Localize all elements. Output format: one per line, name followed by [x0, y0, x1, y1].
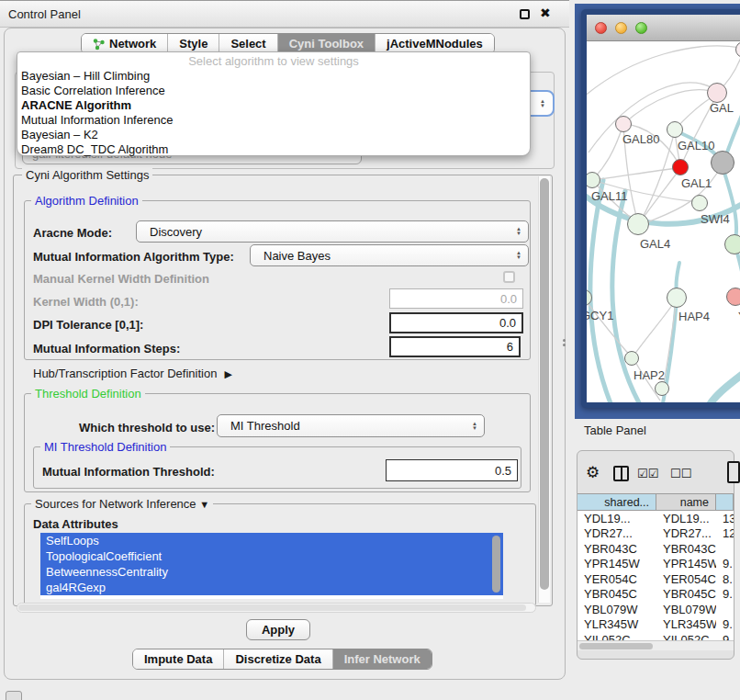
close-traffic-light-icon[interactable] [595, 22, 607, 34]
gear-icon[interactable]: ⚙ [586, 463, 600, 482]
node-label-hap4: HAP4 [678, 310, 710, 323]
close-window-icon[interactable]: ✖ [540, 6, 551, 20]
table-horizontal-scrollbar[interactable] [577, 640, 734, 650]
settings-horizontal-scrollbar[interactable] [17, 603, 536, 613]
network-node-gal10[interactable] [667, 121, 683, 138]
network-node[interactable] [655, 381, 669, 396]
hub-definition-label: Hub/Transcription Factor Definition [33, 367, 217, 380]
scrollbar-thumb[interactable] [18, 604, 526, 611]
table-cell [716, 602, 734, 617]
dropdown-item[interactable]: Basic Correlation Inference [21, 84, 526, 98]
dropdown-item[interactable]: Bayesian – Hill Climbing [21, 69, 526, 84]
tab-label: Infer Network [344, 652, 420, 666]
table-row[interactable]: YER054CYER054C8. [577, 571, 734, 587]
table-cell: YDL19... [577, 511, 656, 526]
which-threshold-select[interactable]: MI Threshold ▲▼ [217, 414, 485, 437]
mi-steps-label: Mutual Information Steps: [33, 342, 180, 356]
network-node-y[interactable] [726, 288, 740, 306]
tab-impute-data[interactable]: Impute Data [133, 649, 223, 669]
kernel-width-field[interactable]: 0.0 [389, 288, 523, 309]
apply-button[interactable]: Apply [246, 619, 310, 640]
network-window-titlebar[interactable] [587, 15, 740, 41]
attribute-list-item[interactable]: TopologicalCoefficient [40, 548, 503, 564]
columns-icon[interactable] [613, 466, 629, 481]
mi-threshold-label: Mutual Information Threshold: [42, 465, 215, 479]
minimize-traffic-light-icon[interactable] [615, 22, 627, 34]
aracne-mode-label: Aracne Mode: [33, 226, 112, 240]
attribute-list-item[interactable]: SelfLoops [40, 533, 503, 548]
sources-legend[interactable]: Sources for Network Inference ▼ [31, 497, 213, 511]
network-node-hap4[interactable] [667, 288, 687, 308]
table-row[interactable]: YBR045CYBR045C9. [577, 587, 734, 603]
hub-definition-toggle[interactable]: Hub/Transcription Factor Definition▶ [33, 367, 232, 380]
table-cell: YER054C [577, 571, 656, 587]
network-node[interactable] [711, 151, 734, 175]
table-cell: 8. [716, 571, 734, 587]
tab-label: Network [109, 37, 156, 51]
dropdown-item[interactable]: Bayesian – K2 [21, 128, 526, 142]
tab-select[interactable]: Select [219, 34, 276, 53]
mi-steps-field[interactable]: 6 [389, 336, 521, 357]
network-node-gal1[interactable] [672, 159, 689, 175]
stepper-icon: ▲▼ [516, 251, 521, 260]
tab-jactivemnodules[interactable]: jActiveMNodules [375, 34, 494, 53]
mi-threshold-field[interactable]: 0.5 [386, 459, 518, 481]
tab-label: Select [230, 37, 265, 51]
select-all-icon[interactable]: ☑☑ [637, 467, 658, 480]
dropdown-item[interactable]: ARACNE Algorithm [21, 98, 526, 113]
network-view-window[interactable]: GALGAL80GAL10GAL1GAL11SWI4GAL4GCY1HAP4YH… [581, 9, 740, 408]
attribute-list-item[interactable]: gal4RGexp [40, 580, 503, 595]
minimized-panel-icon[interactable] [6, 691, 22, 700]
tab-style[interactable]: Style [167, 34, 219, 53]
network-node-hap2[interactable] [624, 351, 639, 366]
mi-type-value: Naive Bayes [251, 249, 331, 263]
table-row[interactable]: YPR145WYPR145W9. [577, 557, 734, 572]
table-row[interactable]: YDR27...YDR27...12 [577, 526, 734, 542]
node-label-gal10: GAL10 [678, 139, 714, 152]
settings-vertical-scrollbar[interactable] [538, 176, 550, 603]
table-row[interactable]: YBL079WYBL079W [577, 602, 734, 617]
network-node-swi4[interactable] [691, 195, 708, 211]
tab-network[interactable]: Network [82, 34, 167, 53]
expanded-arrow-icon: ▼ [199, 499, 209, 510]
tab-cyni-toolbox[interactable]: Cyni Toolbox [277, 34, 375, 53]
kernel-width-label: Kernel Width (0,1): [33, 295, 139, 309]
column-header-partial[interactable] [716, 494, 734, 510]
network-node[interactable] [724, 234, 740, 254]
scrollbar-thumb[interactable] [579, 643, 653, 649]
network-node-gal4[interactable] [627, 213, 649, 235]
table-row[interactable]: YDL19...YDL19...13 [577, 511, 734, 526]
dropdown-item[interactable]: Dream8 DC_TDC Algorithm [21, 142, 526, 157]
table-row[interactable]: YIL052CYIL052C9 [577, 632, 734, 640]
restore-window-icon[interactable] [520, 9, 530, 19]
table-cell: YIL052C [577, 632, 656, 640]
list-scrollbar-thumb[interactable] [492, 536, 500, 593]
document-icon[interactable] [727, 461, 740, 483]
panel-splitter-handle[interactable] [563, 339, 566, 342]
column-header-name[interactable]: name [656, 494, 716, 510]
zoom-traffic-light-icon[interactable] [635, 22, 647, 34]
data-attributes-list[interactable]: SelfLoopsTopologicalCoefficientBetweenne… [40, 533, 503, 599]
network-node-gal[interactable] [707, 83, 727, 103]
aracne-mode-select[interactable]: Discovery ▲▼ [136, 220, 529, 243]
network-node-gal80[interactable] [615, 116, 632, 132]
scrollbar-thumb[interactable] [540, 178, 549, 590]
attribute-list-item[interactable]: BetweennessCentrality [40, 564, 503, 580]
tab-infer-network[interactable]: Infer Network [332, 649, 432, 669]
dropdown-item[interactable]: Mutual Information Inference [21, 113, 526, 128]
manual-kernel-checkbox[interactable] [503, 271, 515, 283]
table-cell: YPR145W [577, 557, 656, 572]
table-cell: 9 [716, 632, 734, 640]
dpi-tolerance-field[interactable]: 0.0 [389, 312, 523, 333]
network-canvas[interactable]: GALGAL80GAL10GAL1GAL11SWI4GAL4GCY1HAP4YH… [587, 42, 740, 408]
table-cell [716, 541, 734, 557]
tab-discretize-data[interactable]: Discretize Data [223, 649, 331, 669]
app-root: Control Panel ✖ NetworkStyleSelectCyni T… [0, 0, 740, 700]
table-row[interactable]: YLR345WYLR345W9. [577, 617, 734, 633]
table-cell: YDL19... [656, 511, 716, 526]
table-cell: YBR045C [656, 587, 716, 603]
table-row[interactable]: YBR043CYBR043C [577, 541, 734, 557]
mi-type-select[interactable]: Naive Bayes ▲▼ [250, 244, 529, 266]
column-header-shared-name[interactable]: shared... [577, 494, 656, 510]
deselect-all-icon[interactable]: ☐☐ [670, 467, 691, 480]
